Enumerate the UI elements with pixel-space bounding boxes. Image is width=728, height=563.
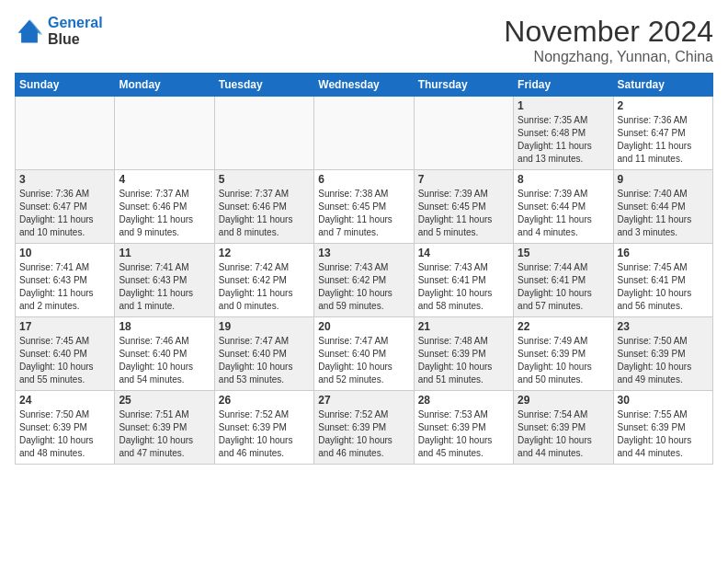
- day-number: 15: [518, 247, 609, 259]
- day-cell: 14Sunrise: 7:43 AM Sunset: 6:41 PM Dayli…: [414, 244, 513, 317]
- day-number: 23: [618, 320, 709, 333]
- day-number: 25: [119, 394, 210, 407]
- day-cell: 5Sunrise: 7:37 AM Sunset: 6:46 PM Daylig…: [214, 170, 313, 244]
- day-cell: 23Sunrise: 7:50 AM Sunset: 6:39 PM Dayli…: [613, 317, 712, 391]
- day-cell: 25Sunrise: 7:51 AM Sunset: 6:39 PM Dayli…: [115, 391, 214, 465]
- day-number: 30: [618, 394, 709, 407]
- col-header-monday: Monday: [115, 74, 214, 97]
- location: Nongzhang, Yunnan, China: [504, 49, 713, 65]
- day-cell: 13Sunrise: 7:43 AM Sunset: 6:42 PM Dayli…: [314, 244, 414, 317]
- day-number: 6: [318, 173, 409, 186]
- day-number: 9: [618, 173, 709, 186]
- day-number: 12: [219, 247, 310, 259]
- day-cell: 1Sunrise: 7:35 AM Sunset: 6:48 PM Daylig…: [514, 97, 613, 170]
- day-cell: 15Sunrise: 7:44 AM Sunset: 6:41 PM Dayli…: [514, 244, 613, 317]
- day-cell: 16Sunrise: 7:45 AM Sunset: 6:41 PM Dayli…: [613, 244, 712, 317]
- day-info: Sunrise: 7:41 AM Sunset: 6:43 PM Dayligh…: [19, 261, 110, 313]
- day-info: Sunrise: 7:47 AM Sunset: 6:40 PM Dayligh…: [219, 335, 310, 386]
- day-cell: 6Sunrise: 7:38 AM Sunset: 6:45 PM Daylig…: [314, 170, 414, 244]
- day-info: Sunrise: 7:43 AM Sunset: 6:42 PM Dayligh…: [318, 261, 409, 313]
- day-info: Sunrise: 7:48 AM Sunset: 6:39 PM Dayligh…: [418, 335, 509, 386]
- day-cell: [314, 97, 414, 170]
- header-row: SundayMondayTuesdayWednesdayThursdayFrid…: [16, 74, 713, 97]
- day-number: 18: [119, 320, 210, 333]
- day-number: 13: [318, 247, 409, 259]
- day-number: 22: [518, 320, 609, 333]
- day-number: 19: [219, 320, 310, 333]
- col-header-friday: Friday: [514, 74, 613, 97]
- day-cell: 4Sunrise: 7:37 AM Sunset: 6:46 PM Daylig…: [115, 170, 214, 244]
- day-cell: [414, 97, 513, 170]
- day-info: Sunrise: 7:50 AM Sunset: 6:39 PM Dayligh…: [618, 335, 709, 386]
- day-info: Sunrise: 7:51 AM Sunset: 6:39 PM Dayligh…: [119, 408, 210, 460]
- calendar-table: SundayMondayTuesdayWednesdayThursdayFrid…: [15, 73, 713, 465]
- day-info: Sunrise: 7:37 AM Sunset: 6:46 PM Dayligh…: [219, 188, 310, 239]
- day-info: Sunrise: 7:39 AM Sunset: 6:45 PM Dayligh…: [418, 188, 509, 239]
- day-cell: 26Sunrise: 7:52 AM Sunset: 6:39 PM Dayli…: [214, 391, 313, 465]
- day-info: Sunrise: 7:45 AM Sunset: 6:41 PM Dayligh…: [618, 261, 709, 313]
- day-number: 24: [19, 394, 110, 407]
- day-cell: 11Sunrise: 7:41 AM Sunset: 6:43 PM Dayli…: [115, 244, 214, 317]
- day-cell: 20Sunrise: 7:47 AM Sunset: 6:40 PM Dayli…: [314, 317, 414, 391]
- day-info: Sunrise: 7:55 AM Sunset: 6:39 PM Dayligh…: [618, 408, 709, 460]
- day-cell: 21Sunrise: 7:48 AM Sunset: 6:39 PM Dayli…: [414, 317, 513, 391]
- page-header: General Blue November 2024 Nongzhang, Yu…: [15, 15, 713, 65]
- day-number: 14: [418, 247, 509, 259]
- day-number: 17: [19, 320, 110, 333]
- day-cell: 27Sunrise: 7:52 AM Sunset: 6:39 PM Dayli…: [314, 391, 414, 465]
- day-number: 16: [618, 247, 709, 259]
- col-header-thursday: Thursday: [414, 74, 513, 97]
- day-cell: 22Sunrise: 7:49 AM Sunset: 6:39 PM Dayli…: [514, 317, 613, 391]
- day-cell: 8Sunrise: 7:39 AM Sunset: 6:44 PM Daylig…: [514, 170, 613, 244]
- day-cell: [214, 97, 313, 170]
- day-info: Sunrise: 7:36 AM Sunset: 6:47 PM Dayligh…: [19, 188, 110, 239]
- day-info: Sunrise: 7:45 AM Sunset: 6:40 PM Dayligh…: [19, 335, 110, 386]
- day-number: 5: [219, 173, 310, 186]
- day-number: 21: [418, 320, 509, 333]
- day-info: Sunrise: 7:54 AM Sunset: 6:39 PM Dayligh…: [518, 408, 609, 460]
- day-cell: 30Sunrise: 7:55 AM Sunset: 6:39 PM Dayli…: [613, 391, 712, 465]
- day-info: Sunrise: 7:43 AM Sunset: 6:41 PM Dayligh…: [418, 261, 509, 313]
- day-cell: 28Sunrise: 7:53 AM Sunset: 6:39 PM Dayli…: [414, 391, 513, 465]
- day-number: 2: [618, 99, 709, 112]
- col-header-tuesday: Tuesday: [214, 74, 313, 97]
- week-row-4: 17Sunrise: 7:45 AM Sunset: 6:40 PM Dayli…: [16, 317, 713, 391]
- week-row-3: 10Sunrise: 7:41 AM Sunset: 6:43 PM Dayli…: [16, 244, 713, 317]
- day-number: 29: [518, 394, 609, 407]
- day-info: Sunrise: 7:50 AM Sunset: 6:39 PM Dayligh…: [19, 408, 110, 460]
- day-info: Sunrise: 7:47 AM Sunset: 6:40 PM Dayligh…: [318, 335, 409, 386]
- day-number: 4: [119, 173, 210, 186]
- day-cell: 10Sunrise: 7:41 AM Sunset: 6:43 PM Dayli…: [16, 244, 115, 317]
- day-info: Sunrise: 7:53 AM Sunset: 6:39 PM Dayligh…: [418, 408, 509, 460]
- day-number: 26: [219, 394, 310, 407]
- day-info: Sunrise: 7:46 AM Sunset: 6:40 PM Dayligh…: [119, 335, 210, 386]
- day-info: Sunrise: 7:39 AM Sunset: 6:44 PM Dayligh…: [518, 188, 609, 239]
- day-info: Sunrise: 7:44 AM Sunset: 6:41 PM Dayligh…: [518, 261, 609, 313]
- day-info: Sunrise: 7:35 AM Sunset: 6:48 PM Dayligh…: [518, 114, 609, 166]
- day-cell: 2Sunrise: 7:36 AM Sunset: 6:47 PM Daylig…: [613, 97, 712, 170]
- day-cell: 19Sunrise: 7:47 AM Sunset: 6:40 PM Dayli…: [214, 317, 313, 391]
- day-info: Sunrise: 7:36 AM Sunset: 6:47 PM Dayligh…: [618, 114, 709, 166]
- day-cell: 17Sunrise: 7:45 AM Sunset: 6:40 PM Dayli…: [16, 317, 115, 391]
- day-info: Sunrise: 7:42 AM Sunset: 6:42 PM Dayligh…: [219, 261, 310, 313]
- month-title: November 2024: [504, 15, 713, 49]
- day-cell: 18Sunrise: 7:46 AM Sunset: 6:40 PM Dayli…: [115, 317, 214, 391]
- day-number: 27: [318, 394, 409, 407]
- day-cell: [115, 97, 214, 170]
- day-info: Sunrise: 7:49 AM Sunset: 6:39 PM Dayligh…: [518, 335, 609, 386]
- day-number: 28: [418, 394, 509, 407]
- day-info: Sunrise: 7:38 AM Sunset: 6:45 PM Dayligh…: [318, 188, 409, 239]
- day-info: Sunrise: 7:41 AM Sunset: 6:43 PM Dayligh…: [119, 261, 210, 313]
- logo-icon: [15, 17, 44, 46]
- logo-text: General Blue: [48, 15, 103, 48]
- day-cell: 12Sunrise: 7:42 AM Sunset: 6:42 PM Dayli…: [214, 244, 313, 317]
- col-header-wednesday: Wednesday: [314, 74, 414, 97]
- day-cell: 24Sunrise: 7:50 AM Sunset: 6:39 PM Dayli…: [16, 391, 115, 465]
- day-number: 20: [318, 320, 409, 333]
- col-header-sunday: Sunday: [16, 74, 115, 97]
- day-number: 3: [19, 173, 110, 186]
- day-number: 7: [418, 173, 509, 186]
- day-number: 8: [518, 173, 609, 186]
- day-info: Sunrise: 7:52 AM Sunset: 6:39 PM Dayligh…: [318, 408, 409, 460]
- col-header-saturday: Saturday: [613, 74, 712, 97]
